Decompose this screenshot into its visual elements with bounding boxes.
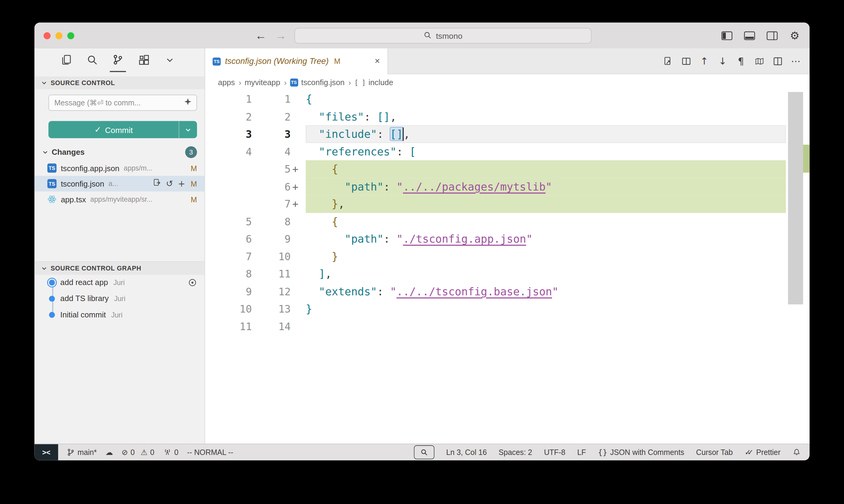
code-line-content[interactable]: { — [306, 160, 786, 178]
code-line-content[interactable]: "files": [], — [306, 108, 786, 125]
code-line[interactable]: 1013} — [205, 300, 809, 318]
views-chevron-down-icon[interactable] — [161, 49, 178, 72]
breadcrumb-item[interactable]: apps — [218, 78, 235, 86]
extensions-view-icon[interactable] — [136, 49, 152, 72]
breadcrumb-item[interactable]: › TS tsconfig.json — [284, 78, 345, 87]
original-line-number[interactable]: 1 — [205, 93, 252, 105]
scrollbar-slider[interactable] — [788, 92, 803, 304]
modified-line-number[interactable]: 7 — [252, 198, 291, 210]
discard-changes-icon[interactable]: ↺ — [166, 178, 173, 189]
eol-status[interactable]: LF — [577, 448, 586, 456]
code-line-content[interactable]: "include": [], — [306, 125, 786, 143]
code-line-content[interactable]: "extends": "../../tsconfig.base.json" — [306, 283, 786, 300]
scm-file-row[interactable]: TS tsconfig.json a... ↺ + M — [35, 176, 205, 192]
original-line-number[interactable]: 8 — [205, 268, 252, 280]
code-line-content[interactable]: ], — [306, 265, 786, 283]
vim-mode-indicator[interactable]: -- NORMAL -- — [187, 448, 233, 456]
sparkle-icon[interactable] — [184, 97, 192, 108]
original-line-number[interactable]: 11 — [205, 321, 252, 332]
modified-line-number[interactable]: 5 — [252, 163, 291, 175]
original-line-number[interactable]: 9 — [205, 285, 252, 297]
code-line-content[interactable]: } — [306, 248, 786, 265]
commit-message-input[interactable] — [53, 98, 184, 108]
problems-status[interactable]: ⊘ 0 ⚠ 0 — [122, 448, 154, 456]
modified-line-number[interactable]: 12 — [252, 285, 291, 297]
commit-button[interactable]: ✓ Commit — [49, 121, 197, 138]
code-line[interactable]: 69 "path": "./tsconfig.app.json" — [205, 230, 809, 248]
commit-row[interactable]: Initial commit Juri — [35, 307, 205, 323]
cursor-position-status[interactable]: Ln 3, Col 16 — [446, 448, 487, 456]
diff-added-marker[interactable]: + — [291, 181, 306, 192]
search-view-icon[interactable] — [84, 49, 100, 72]
code-editor[interactable]: 11{22 "files": [],33 "include": [],44 "r… — [205, 90, 809, 444]
formatter-status[interactable]: ✓✓ Prettier — [744, 448, 780, 456]
modified-line-number[interactable]: 1 — [252, 93, 291, 105]
map-outline-icon[interactable] — [752, 54, 767, 69]
original-line-number[interactable]: 2 — [205, 111, 252, 122]
modified-line-number[interactable]: 14 — [252, 321, 291, 332]
scm-file-row[interactable]: app.tsx apps/myviteapp/sr... M — [35, 192, 205, 207]
modified-line-number[interactable]: 8 — [252, 216, 291, 228]
commit-row[interactable]: add TS library Juri — [35, 290, 205, 307]
source-control-graph-header[interactable]: SOURCE CONTROL GRAPH — [35, 262, 205, 275]
indentation-status[interactable]: Spaces: 2 — [499, 448, 532, 456]
code-line[interactable]: 912 "extends": "../../tsconfig.base.json… — [205, 283, 809, 300]
git-branch-status[interactable]: main* — [67, 448, 97, 456]
zoom-window-button[interactable] — [67, 32, 74, 39]
notifications-bell-icon[interactable] — [792, 448, 801, 456]
back-icon[interactable]: ← — [255, 29, 266, 42]
settings-gear-icon[interactable]: ⚙ — [788, 28, 802, 43]
changes-section-header[interactable]: Changes 3 — [35, 145, 205, 159]
code-line-content[interactable]: }, — [306, 195, 786, 213]
code-line[interactable]: 58 { — [205, 213, 809, 230]
forward-icon[interactable]: → — [275, 29, 286, 42]
open-changes-icon[interactable] — [660, 54, 675, 69]
code-line[interactable]: 6+ "path": "../../packages/mytslib" — [205, 178, 809, 195]
split-editor-icon[interactable] — [770, 54, 785, 69]
code-line[interactable]: 7+ }, — [205, 195, 809, 213]
close-window-button[interactable] — [44, 32, 51, 39]
commit-row[interactable]: add react app Juri — [35, 274, 205, 290]
zoom-indicator[interactable] — [414, 445, 434, 459]
inline-view-icon[interactable] — [679, 54, 693, 69]
modified-line-number[interactable]: 10 — [252, 251, 291, 262]
code-line-content[interactable]: } — [306, 300, 786, 318]
breadcrumb-item[interactable]: › myviteapp — [239, 78, 280, 87]
code-line[interactable]: 1114 — [205, 318, 809, 335]
explorer-icon[interactable] — [58, 49, 74, 72]
original-line-number[interactable]: 10 — [205, 303, 252, 315]
toggle-primary-sidebar-icon[interactable] — [720, 28, 734, 43]
modified-line-number[interactable]: 6 — [252, 181, 291, 192]
code-line-content[interactable] — [306, 318, 786, 335]
remote-indicator[interactable]: >< — [35, 444, 58, 461]
scm-file-row[interactable]: TS tsconfig.app.json apps/m... M — [35, 160, 205, 176]
modified-line-number[interactable]: 13 — [252, 303, 291, 315]
commit-dropdown-button[interactable] — [178, 121, 197, 138]
close-icon[interactable]: × — [373, 56, 382, 67]
modified-line-number[interactable]: 4 — [252, 146, 291, 158]
original-line-number[interactable]: 3 — [205, 128, 252, 140]
open-file-icon[interactable] — [153, 178, 161, 189]
encoding-status[interactable]: UTF-8 — [544, 448, 565, 456]
cursor-tab-status[interactable]: Cursor Tab — [696, 448, 733, 456]
minimize-window-button[interactable] — [55, 32, 63, 39]
source-control-section-header[interactable]: SOURCE CONTROL — [35, 76, 205, 89]
modified-line-number[interactable]: 2 — [252, 111, 291, 122]
code-line-content[interactable]: "path": "./tsconfig.app.json" — [306, 230, 786, 248]
code-line[interactable]: 33 "include": [], — [205, 125, 809, 143]
code-line-content[interactable]: { — [306, 90, 786, 108]
toggle-panel-icon[interactable] — [742, 28, 757, 43]
original-line-number[interactable]: 6 — [205, 233, 252, 245]
more-actions-icon[interactable]: ⋯ — [789, 54, 803, 69]
code-line[interactable]: 11{ — [205, 90, 809, 108]
modified-line-number[interactable]: 9 — [252, 233, 291, 245]
command-center-search[interactable]: tsmono — [294, 28, 591, 43]
sync-cloud-icon[interactable]: ☁ — [105, 448, 113, 456]
code-line-content[interactable]: "path": "../../packages/mytslib" — [306, 178, 786, 195]
original-line-number[interactable]: 4 — [205, 146, 252, 158]
next-change-icon[interactable]: ↓ — [716, 54, 730, 69]
diff-added-marker[interactable]: + — [291, 198, 306, 210]
modified-line-number[interactable]: 3 — [252, 128, 291, 140]
code-line[interactable]: 22 "files": [], — [205, 108, 809, 125]
code-line[interactable]: 710 } — [205, 248, 809, 265]
